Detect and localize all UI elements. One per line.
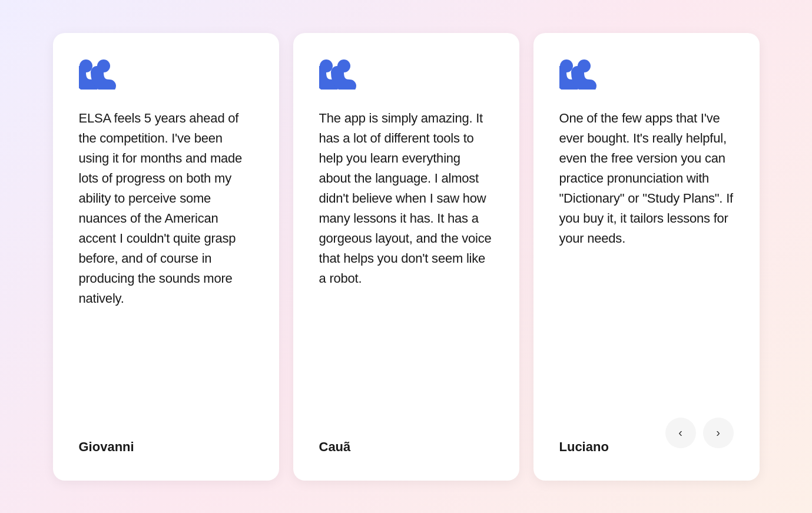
quote-icon-3	[559, 59, 597, 90]
testimonial-text-2: The app is simply amazing. It has a lot …	[319, 108, 493, 411]
testimonial-text-3: One of the few apps that I've ever bough…	[559, 108, 734, 383]
prev-button[interactable]: ‹	[665, 418, 696, 448]
testimonial-author-2: Cauã	[319, 439, 493, 455]
next-button[interactable]: ›	[703, 418, 734, 448]
testimonial-author-1: Giovanni	[79, 439, 253, 455]
quote-icon-1	[79, 59, 117, 90]
testimonials-section: ELSA feels 5 years ahead of the competit…	[18, 9, 795, 504]
quote-icon-2	[319, 59, 357, 90]
testimonial-card-2: The app is simply amazing. It has a lot …	[293, 33, 519, 481]
testimonial-card-3: One of the few apps that I've ever bough…	[533, 33, 760, 481]
navigation-buttons: ‹ ›	[665, 418, 734, 448]
testimonial-text-1: ELSA feels 5 years ahead of the competit…	[79, 108, 253, 411]
testimonial-card-1: ELSA feels 5 years ahead of the competit…	[53, 33, 279, 481]
card-3-footer: Luciano ‹ ›	[559, 411, 734, 455]
testimonial-author-3: Luciano	[559, 439, 609, 455]
